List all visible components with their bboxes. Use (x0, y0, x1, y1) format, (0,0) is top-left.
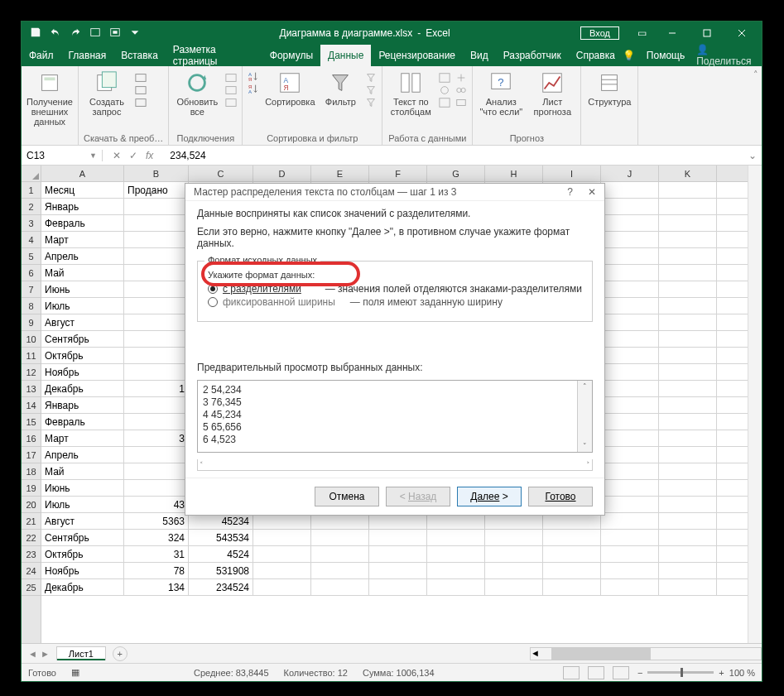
row-header[interactable]: 20 (22, 497, 41, 513)
formula-input[interactable]: 234,524 (163, 150, 205, 161)
cell[interactable]: Май (41, 265, 124, 281)
cell[interactable] (601, 563, 659, 578)
cell[interactable] (369, 530, 427, 545)
cell[interactable] (543, 579, 601, 595)
tab-data[interactable]: Данные (320, 45, 371, 66)
column-header[interactable]: E (311, 166, 369, 181)
tab-insert[interactable]: Вставка (113, 45, 166, 66)
cell[interactable]: 531908 (189, 563, 253, 578)
preview-vscroll[interactable]: ˄˅ (577, 381, 592, 452)
sort-button[interactable]: AЯ Сортировка (264, 69, 315, 107)
radio-delimited[interactable]: с разделителями — значения полей отделяю… (208, 283, 582, 295)
select-all-corner[interactable] (22, 166, 41, 182)
sort-asc-button[interactable]: AЯ (248, 70, 259, 82)
tab-view[interactable]: Вид (463, 45, 496, 66)
zoom-out-icon[interactable]: − (637, 668, 642, 678)
view-normal-button[interactable] (563, 666, 580, 679)
cell[interactable] (601, 381, 659, 396)
cell[interactable]: Апрель (41, 248, 124, 264)
tell-me-label[interactable]: Помощь (647, 50, 685, 61)
sheet-nav-prev-icon[interactable]: ◄ (28, 649, 37, 659)
cell[interactable] (601, 530, 659, 545)
cell[interactable] (659, 331, 717, 347)
cell[interactable]: Декабрь (41, 381, 124, 396)
row-header[interactable]: 17 (22, 447, 41, 463)
cell[interactable] (659, 463, 717, 479)
cell[interactable] (659, 248, 717, 264)
cell[interactable]: 234524 (189, 579, 253, 595)
cell[interactable]: Август (41, 513, 124, 529)
column-header[interactable]: J (601, 166, 659, 181)
cell[interactable] (601, 579, 659, 595)
cell[interactable] (427, 563, 485, 578)
column-header[interactable]: A (41, 166, 124, 181)
qat-item-icon[interactable] (89, 26, 101, 41)
row-header[interactable]: 14 (22, 397, 41, 414)
cell[interactable] (124, 364, 189, 380)
tab-developer[interactable]: Разработчик (496, 45, 569, 66)
cancel-button[interactable]: Отмена (315, 487, 379, 506)
cell[interactable] (124, 331, 189, 347)
cell[interactable] (124, 397, 189, 413)
cell[interactable]: Октябрь (41, 546, 124, 562)
row-header[interactable]: 12 (22, 364, 41, 381)
cell[interactable] (659, 364, 717, 380)
column-header[interactable]: C (189, 166, 253, 181)
cell[interactable]: Октябрь (41, 348, 124, 363)
column-header[interactable]: I (543, 166, 601, 181)
cell[interactable] (601, 182, 659, 198)
cell[interactable] (659, 513, 717, 529)
row-header[interactable]: 3 (22, 215, 41, 232)
cell[interactable] (601, 397, 659, 413)
column-header[interactable]: K (659, 166, 717, 181)
cell[interactable]: Март (41, 232, 124, 247)
cell[interactable]: Февраль (41, 414, 124, 430)
cell[interactable] (124, 265, 189, 281)
refresh-all-button[interactable]: Обновить все (174, 69, 220, 117)
cell[interactable]: 31 (124, 546, 189, 562)
cell[interactable] (601, 281, 659, 297)
cell[interactable] (253, 546, 311, 562)
cell[interactable] (311, 546, 369, 562)
cell[interactable]: 78 (124, 563, 189, 578)
row-header[interactable]: 25 (22, 579, 41, 596)
row-header[interactable]: 5 (22, 248, 41, 265)
zoom-control[interactable]: − + 100 % (637, 668, 755, 678)
row-header[interactable]: 7 (22, 281, 41, 298)
zoom-slider[interactable] (647, 671, 714, 674)
cell[interactable] (124, 281, 189, 297)
cell[interactable]: 43 (124, 497, 189, 512)
cell[interactable] (543, 530, 601, 545)
new-query-button[interactable]: Создать запрос (84, 69, 130, 117)
maximize-button[interactable] (690, 22, 724, 45)
row-header[interactable]: 2 (22, 199, 41, 215)
view-page-break-button[interactable] (613, 666, 629, 679)
what-if-button[interactable]: ? Анализ "что если" (478, 69, 524, 117)
cell[interactable] (124, 480, 189, 496)
row-header[interactable]: 6 (22, 265, 41, 281)
cell[interactable] (601, 248, 659, 264)
cell[interactable] (543, 546, 601, 562)
next-button[interactable]: Далее > (457, 487, 522, 506)
row-header[interactable]: 24 (22, 563, 41, 579)
column-header[interactable]: D (253, 166, 311, 181)
sheet-nav-next-icon[interactable]: ► (41, 649, 50, 659)
cell[interactable] (659, 348, 717, 363)
cell[interactable]: Август (41, 314, 124, 330)
cell[interactable]: 543534 (189, 530, 253, 545)
column-header[interactable]: H (485, 166, 543, 181)
row-header[interactable]: 23 (22, 546, 41, 563)
cell[interactable]: 324 (124, 530, 189, 545)
ribbon-options-icon[interactable]: ▭ (629, 27, 654, 39)
cell[interactable]: Сентябрь (41, 530, 124, 545)
row-header[interactable]: 9 (22, 314, 41, 331)
collapse-ribbon-icon[interactable]: ˄ (750, 66, 762, 145)
forecast-sheet-button[interactable]: Лист прогноза (529, 69, 575, 117)
cell[interactable] (124, 447, 189, 463)
cell[interactable] (659, 314, 717, 330)
get-external-data-button[interactable]: Получение внешних данных (26, 69, 73, 127)
cell[interactable] (485, 563, 543, 578)
qat-more-icon[interactable] (129, 26, 141, 41)
cell[interactable]: Сентябрь (41, 331, 124, 347)
cell[interactable] (124, 414, 189, 430)
